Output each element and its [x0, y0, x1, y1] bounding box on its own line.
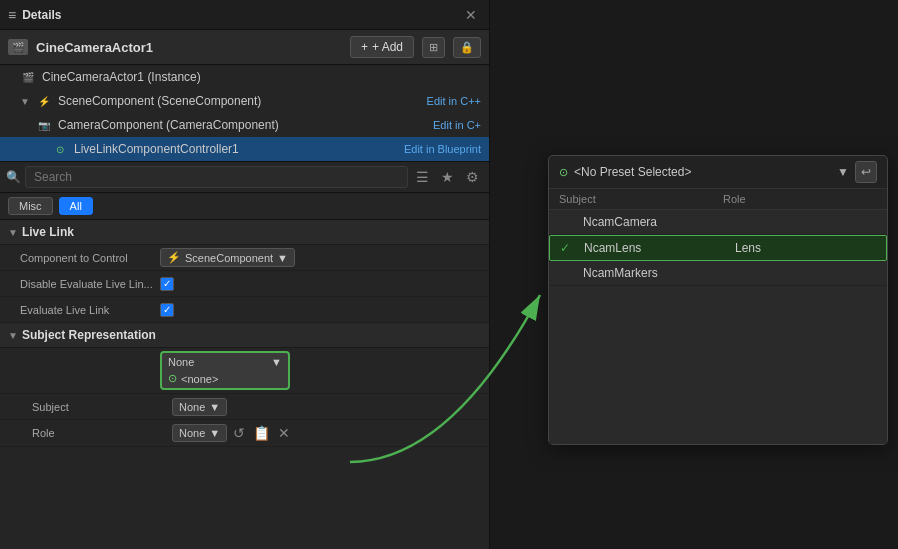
- prop-subject-representation-dropdown: None ▼ ⊙ <none>: [0, 348, 489, 394]
- subject-rep-title: Subject Representation: [22, 328, 156, 342]
- grid-button[interactable]: ⊞: [422, 37, 445, 58]
- disable-evaluate-value: ✓: [160, 277, 481, 291]
- search-magnifier-icon: 🔍: [6, 170, 21, 184]
- popup-panel: ⊙ <No Preset Selected> ▼ ↩ Subject Role …: [548, 155, 888, 445]
- scene-component-dropdown-arrow: ▼: [277, 252, 288, 264]
- scene-component-dropdown-icon: ⚡: [167, 251, 181, 264]
- close-button[interactable]: ✕: [461, 5, 481, 25]
- live-link-arrow-icon: ▼: [8, 227, 18, 238]
- subject-dropdown[interactable]: None ▼: [172, 398, 227, 416]
- ncam-lens-role: Lens: [735, 241, 876, 255]
- ncam-lens-check-icon: ✓: [560, 241, 574, 255]
- popup-item-ncam-markers[interactable]: NcamMarkers: [549, 261, 887, 286]
- prop-evaluate-live-link: Evaluate Live Link ✓: [0, 297, 489, 323]
- section-subject-representation[interactable]: ▼ Subject Representation: [0, 323, 489, 348]
- disable-evaluate-label: Disable Evaluate Live Lin...: [20, 278, 160, 290]
- panel-titlebar: ≡ Details ✕: [0, 0, 489, 30]
- popup-title: <No Preset Selected>: [574, 165, 831, 179]
- popup-dropdown-button[interactable]: ▼: [837, 165, 849, 179]
- role-value: None ▼ ↺ 📋 ✕: [172, 423, 481, 443]
- subject-none-value: <none>: [181, 373, 218, 385]
- panel-title: Details: [22, 8, 455, 22]
- component-to-control-value: ⚡ SceneComponent ▼: [160, 248, 481, 267]
- popup-titlebar: ⊙ <No Preset Selected> ▼ ↩: [549, 156, 887, 189]
- scene-component-dropdown-label: SceneComponent: [185, 252, 273, 264]
- popup-list: NcamCamera ✓ NcamLens Lens NcamMarkers: [549, 210, 887, 444]
- popup-column-header: Subject Role: [549, 189, 887, 210]
- evaluate-live-link-checkbox[interactable]: ✓: [160, 303, 174, 317]
- lock-button[interactable]: 🔒: [453, 37, 481, 58]
- subject-rep-arrow-icon: ▼: [8, 330, 18, 341]
- ncam-lens-name: NcamLens: [584, 241, 725, 255]
- role-refresh-button[interactable]: ↺: [231, 423, 247, 443]
- popup-item-ncam-lens[interactable]: ✓ NcamLens Lens: [549, 235, 887, 261]
- disable-evaluate-checkbox[interactable]: ✓: [160, 277, 174, 291]
- livelink-icon: ⊙: [52, 141, 68, 157]
- edit-blueprint-link[interactable]: Edit in Blueprint: [404, 143, 481, 155]
- role-label: Role: [32, 427, 172, 439]
- tree-item-scene-component[interactable]: ▼ ⚡ SceneComponent (SceneComponent) Edit…: [0, 89, 489, 113]
- ncam-camera-name: NcamCamera: [583, 215, 725, 229]
- filter-row: Misc All: [0, 193, 489, 220]
- details-panel: ≡ Details ✕ 🎬 CineCameraActor1 + + Add ⊞…: [0, 0, 490, 549]
- subject-dropdown-none: None: [168, 356, 267, 368]
- all-filter-button[interactable]: All: [59, 197, 93, 215]
- edit-camera-cpp-link[interactable]: Edit in C+: [433, 119, 481, 131]
- popup-back-button[interactable]: ↩: [855, 161, 877, 183]
- add-plus-icon: +: [361, 40, 368, 54]
- scene-component-icon: ⚡: [36, 93, 52, 109]
- add-label: + Add: [372, 40, 403, 54]
- tree-item-livelink-controller[interactable]: ⊙ LiveLinkComponentController1 Edit in B…: [0, 137, 489, 161]
- popup-livelink-icon: ⊙: [559, 166, 568, 179]
- role-dropdown-chevron: ▼: [209, 427, 220, 439]
- component-tree: 🎬 CineCameraActor1 (Instance) ▼ ⚡ SceneC…: [0, 65, 489, 162]
- tree-item-actor-instance[interactable]: 🎬 CineCameraActor1 (Instance): [0, 65, 489, 89]
- subject-dropdown-chevron: ▼: [209, 401, 220, 413]
- ncam-markers-name: NcamMarkers: [583, 266, 725, 280]
- tree-label-actor-instance: CineCameraActor1 (Instance): [42, 70, 201, 84]
- properties-area: ▼ Live Link Component to Control ⚡ Scene…: [0, 220, 489, 549]
- role-dropdown-label: None: [179, 427, 205, 439]
- popup-item-ncam-camera[interactable]: NcamCamera: [549, 210, 887, 235]
- subject-dropdown-arrow-icon: ▼: [271, 356, 282, 368]
- evaluate-live-link-label: Evaluate Live Link: [20, 304, 160, 316]
- settings-button[interactable]: ⚙: [462, 167, 483, 187]
- details-icon: ≡: [8, 7, 16, 23]
- scene-component-dropdown[interactable]: ⚡ SceneComponent ▼: [160, 248, 295, 267]
- search-bar: 🔍 ☰ ★ ⚙: [0, 162, 489, 193]
- live-link-title: Live Link: [22, 225, 74, 239]
- subject-representation-dropdown[interactable]: None ▼ ⊙ <none>: [160, 351, 290, 390]
- prop-role: Role None ▼ ↺ 📋 ✕: [0, 420, 489, 447]
- tree-label-scene: SceneComponent (SceneComponent): [58, 94, 261, 108]
- role-dropdown[interactable]: None ▼: [172, 424, 227, 442]
- role-copy-button[interactable]: 📋: [251, 423, 272, 443]
- tree-label-camera: CameraComponent (CameraComponent): [58, 118, 279, 132]
- component-to-control-label: Component to Control: [20, 252, 160, 264]
- actor-name: CineCameraActor1: [36, 40, 342, 55]
- prop-disable-evaluate: Disable Evaluate Live Lin... ✓: [0, 271, 489, 297]
- prop-subject: Subject None ▼: [0, 394, 489, 420]
- subject-livelink-icon: ⊙: [168, 372, 177, 385]
- evaluate-live-link-value: ✓: [160, 303, 481, 317]
- add-button[interactable]: + + Add: [350, 36, 414, 58]
- subject-dropdown-label: None: [179, 401, 205, 413]
- camera-component-icon: 📷: [36, 117, 52, 133]
- search-input[interactable]: [25, 166, 408, 188]
- subject-rep-dropdown-value: None ▼ ⊙ <none>: [160, 351, 481, 390]
- popup-col-role-label: Role: [723, 193, 877, 205]
- filter-list-button[interactable]: ☰: [412, 167, 433, 187]
- scene-arrow-icon: ▼: [20, 96, 30, 107]
- edit-scene-cpp-link[interactable]: Edit in C++: [427, 95, 481, 107]
- section-live-link[interactable]: ▼ Live Link: [0, 220, 489, 245]
- prop-component-to-control: Component to Control ⚡ SceneComponent ▼: [0, 245, 489, 271]
- popup-col-subject-label: Subject: [559, 193, 713, 205]
- subject-value: None ▼: [172, 398, 481, 416]
- tree-item-camera-component[interactable]: 📷 CameraComponent (CameraComponent) Edit…: [0, 113, 489, 137]
- actor-instance-icon: 🎬: [20, 69, 36, 85]
- favorites-button[interactable]: ★: [437, 167, 458, 187]
- actor-header: 🎬 CineCameraActor1 + + Add ⊞ 🔒: [0, 30, 489, 65]
- actor-icon: 🎬: [8, 39, 28, 55]
- role-clear-button[interactable]: ✕: [276, 423, 292, 443]
- misc-filter-button[interactable]: Misc: [8, 197, 53, 215]
- tree-label-livelink: LiveLinkComponentController1: [74, 142, 239, 156]
